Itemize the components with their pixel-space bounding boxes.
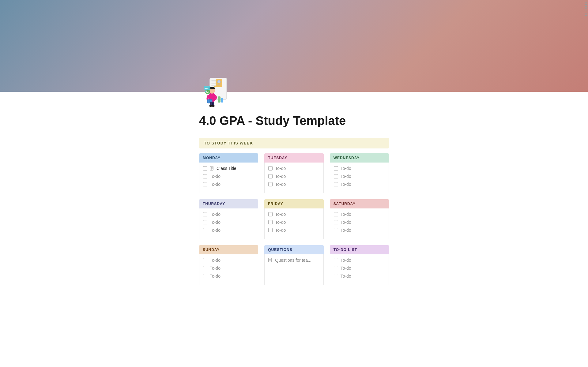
task-label: To-do	[275, 166, 286, 171]
day-column-wednesday: WEDNESDAY To-do To-do To-do	[330, 153, 389, 193]
days-grid-row3: SUNDAY To-do To-do To-do QUESTIONS	[199, 245, 389, 285]
task-item-1[interactable]: To-do	[202, 256, 255, 264]
task-checkbox[interactable]	[334, 228, 338, 232]
task-item-1[interactable]: To-do	[333, 256, 386, 264]
task-item-2[interactable]: To-do	[267, 172, 321, 180]
page-doc-icon	[210, 166, 214, 171]
task-item-2[interactable]: To-do	[333, 218, 386, 226]
task-checkbox[interactable]	[334, 182, 338, 186]
day-tasks-wednesday: To-do To-do To-do	[330, 163, 389, 193]
task-checkbox[interactable]	[203, 266, 207, 270]
task-checkbox[interactable]	[268, 212, 273, 216]
day-header-todo-list: TO-DO LIST	[330, 245, 389, 254]
task-item-3[interactable]: To-do	[333, 226, 386, 234]
task-checkbox[interactable]	[268, 228, 273, 232]
task-label: To-do	[275, 228, 286, 233]
scrollbar-tick	[585, 12, 587, 12]
svg-point-5	[217, 80, 221, 83]
task-checkbox[interactable]	[203, 228, 207, 232]
day-column-questions: QUESTIONS Questions for tea...	[264, 245, 323, 285]
section-header: TO STUDY THIS WEEK	[199, 138, 389, 148]
task-item-3[interactable]: To-do	[202, 272, 255, 280]
task-checkbox[interactable]	[334, 220, 338, 224]
day-column-saturday: SATURDAY To-do To-do To-do	[330, 199, 389, 239]
task-item-2[interactable]: To-do	[333, 264, 386, 272]
scrollbar-tick	[585, 2, 587, 3]
task-label: To-do	[341, 212, 351, 217]
task-checkbox[interactable]	[268, 220, 273, 224]
svg-rect-21	[218, 96, 221, 103]
task-label: To-do	[210, 174, 221, 179]
task-label: To-do	[275, 174, 286, 179]
day-tasks-todo-list: To-do To-do To-do	[330, 254, 389, 285]
svg-rect-25	[205, 87, 209, 87]
day-header-questions: QUESTIONS	[264, 245, 323, 254]
task-item-3[interactable]: To-do	[267, 226, 321, 234]
task-item-1[interactable]: To-do	[333, 164, 386, 172]
task-item-2[interactable]: To-do	[267, 218, 321, 226]
task-label: To-do	[341, 274, 351, 279]
task-checkbox[interactable]	[334, 174, 338, 178]
task-item-2[interactable]: To-do	[202, 180, 255, 188]
day-tasks-monday: Class Title To-do To-do	[199, 163, 258, 193]
class-title-label[interactable]: Class Title	[217, 166, 236, 171]
task-checkbox[interactable]	[203, 182, 207, 186]
task-checkbox[interactable]	[203, 166, 207, 170]
task-item-3[interactable]: To-do	[202, 226, 255, 234]
task-item-1[interactable]: To-do	[267, 164, 321, 172]
task-label: To-do	[210, 182, 221, 187]
svg-rect-26	[205, 88, 208, 89]
task-label: To-do	[210, 228, 221, 233]
svg-point-18	[212, 105, 215, 107]
task-item-1[interactable]: To-do	[333, 210, 386, 218]
task-label: To-do	[210, 274, 221, 279]
day-tasks-sunday: To-do To-do To-do	[199, 254, 258, 285]
task-checkbox[interactable]	[334, 212, 338, 216]
task-item-2[interactable]: To-do	[202, 218, 255, 226]
task-item-2[interactable]: To-do	[202, 264, 255, 272]
task-item-3[interactable]: To-do	[333, 180, 386, 188]
scrollbar-tick	[585, 13, 587, 14]
task-item-questions-tea[interactable]: Questions for tea...	[267, 256, 321, 264]
questions-label[interactable]: Questions for tea...	[275, 258, 311, 263]
task-checkbox[interactable]	[268, 166, 273, 170]
task-item-1[interactable]: To-do	[202, 210, 255, 218]
task-label: To-do	[341, 266, 351, 271]
task-item-1[interactable]: To-do	[202, 172, 255, 180]
svg-rect-22	[221, 98, 223, 103]
task-checkbox[interactable]	[203, 220, 207, 224]
task-checkbox[interactable]	[334, 266, 338, 270]
day-header-friday: FRIDAY	[264, 199, 323, 208]
task-item-3[interactable]: To-do	[267, 180, 321, 188]
task-checkbox[interactable]	[334, 258, 338, 262]
page-content: A+ 4.0 GPA - Study Template TO STUDY THI…	[187, 73, 401, 309]
day-header-monday: MONDAY	[199, 153, 258, 163]
task-label: To-do	[341, 258, 351, 263]
task-label: To-do	[341, 166, 351, 171]
task-checkbox[interactable]	[203, 274, 207, 278]
day-tasks-saturday: To-do To-do To-do	[330, 208, 389, 239]
task-checkbox[interactable]	[268, 174, 273, 178]
task-label: To-do	[275, 212, 286, 217]
day-column-friday: FRIDAY To-do To-do To-do	[264, 199, 323, 239]
svg-point-12	[214, 86, 216, 87]
scrollbar-tick	[585, 15, 587, 16]
task-checkbox[interactable]	[203, 212, 207, 216]
task-item-3[interactable]: To-do	[333, 272, 386, 280]
day-column-tuesday: TUESDAY To-do To-do To-do	[264, 153, 323, 193]
task-item-1[interactable]: To-do	[267, 210, 321, 218]
task-checkbox[interactable]	[203, 258, 207, 262]
day-tasks-questions: Questions for tea...	[264, 254, 323, 285]
questions-doc-icon	[268, 258, 273, 263]
task-label: To-do	[341, 228, 351, 233]
task-item-class-title[interactable]: Class Title	[202, 164, 255, 172]
task-checkbox[interactable]	[334, 166, 338, 170]
day-tasks-thursday: To-do To-do To-do	[199, 208, 258, 239]
task-label: To-do	[210, 258, 221, 263]
scrollbar[interactable]	[584, 0, 588, 367]
task-checkbox[interactable]	[203, 174, 207, 178]
task-item-2[interactable]: To-do	[333, 172, 386, 180]
task-checkbox[interactable]	[268, 182, 273, 186]
task-checkbox[interactable]	[334, 274, 338, 278]
svg-rect-6	[217, 84, 221, 84]
